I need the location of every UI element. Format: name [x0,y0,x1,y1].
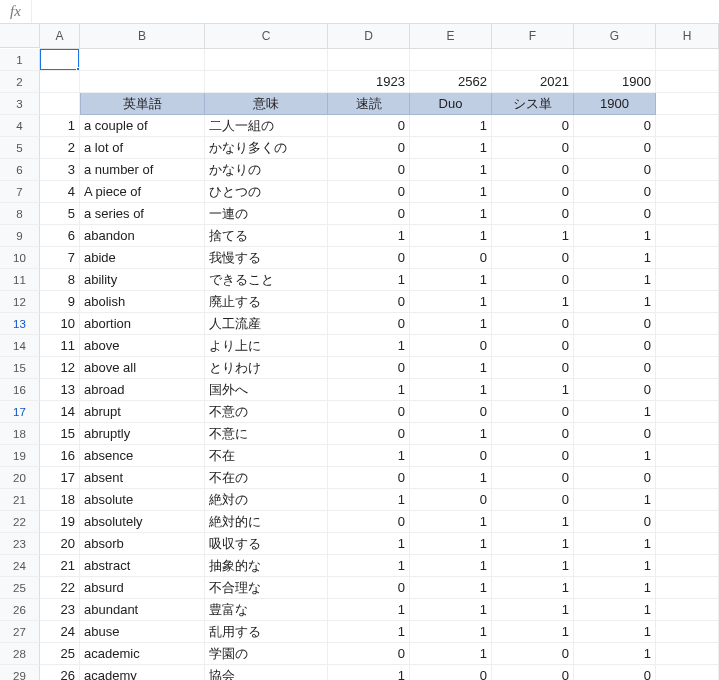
val-sysutan[interactable]: 0 [492,269,574,291]
val-1900[interactable]: 0 [574,357,656,379]
meaning-cell[interactable]: 人工流産 [205,313,328,335]
cell-H[interactable] [656,643,719,665]
meaning-cell[interactable]: 国外へ [205,379,328,401]
val-duo[interactable]: 1 [410,137,492,159]
word-cell[interactable]: a couple of [80,115,205,137]
total-sysutan[interactable]: 2021 [492,71,574,93]
val-sysutan[interactable]: 0 [492,247,574,269]
column-header-H[interactable]: H [656,24,719,49]
val-sokudoku[interactable]: 0 [328,137,410,159]
cell-H[interactable] [656,555,719,577]
val-sysutan[interactable]: 1 [492,599,574,621]
row-header-23[interactable]: 23 [0,533,40,555]
cell-H[interactable] [656,621,719,643]
meaning-cell[interactable]: 不在 [205,445,328,467]
val-duo[interactable]: 0 [410,445,492,467]
word-cell[interactable]: abroad [80,379,205,401]
val-duo[interactable]: 0 [410,489,492,511]
row-index[interactable]: 2 [40,137,80,159]
val-1900[interactable]: 0 [574,313,656,335]
cell-B2[interactable] [80,71,205,93]
row-header-6[interactable]: 6 [0,159,40,181]
val-sokudoku[interactable]: 1 [328,379,410,401]
cell-A2[interactable] [40,71,80,93]
cell-H[interactable] [656,467,719,489]
header-meaning[interactable]: 意味 [205,93,328,115]
cell-H[interactable] [656,159,719,181]
word-cell[interactable]: abstract [80,555,205,577]
word-cell[interactable]: abortion [80,313,205,335]
val-duo[interactable]: 0 [410,665,492,680]
word-cell[interactable]: a lot of [80,137,205,159]
word-cell[interactable]: above all [80,357,205,379]
meaning-cell[interactable]: とりわけ [205,357,328,379]
val-sysutan[interactable]: 1 [492,511,574,533]
val-1900[interactable]: 0 [574,203,656,225]
word-cell[interactable]: abandon [80,225,205,247]
val-1900[interactable]: 1 [574,225,656,247]
column-header-A[interactable]: A [40,24,80,49]
total-sokudoku[interactable]: 1923 [328,71,410,93]
row-header-9[interactable]: 9 [0,225,40,247]
val-duo[interactable]: 1 [410,181,492,203]
column-header-G[interactable]: G [574,24,656,49]
val-sokudoku[interactable]: 0 [328,467,410,489]
column-header-D[interactable]: D [328,24,410,49]
row-index[interactable]: 10 [40,313,80,335]
val-sokudoku[interactable]: 1 [328,599,410,621]
cell-H[interactable] [656,313,719,335]
val-sysutan[interactable]: 1 [492,577,574,599]
val-1900[interactable]: 1 [574,621,656,643]
val-sokudoku[interactable]: 0 [328,203,410,225]
row-header-27[interactable]: 27 [0,621,40,643]
cell-H1[interactable] [656,49,719,71]
meaning-cell[interactable]: 不在の [205,467,328,489]
row-header-20[interactable]: 20 [0,467,40,489]
row-index[interactable]: 5 [40,203,80,225]
val-sokudoku[interactable]: 1 [328,533,410,555]
cell-H[interactable] [656,511,719,533]
word-cell[interactable]: academy [80,665,205,680]
cell-H2[interactable] [656,71,719,93]
row-header-22[interactable]: 22 [0,511,40,533]
row-header-4[interactable]: 4 [0,115,40,137]
cell-E1[interactable] [410,49,492,71]
val-1900[interactable]: 1 [574,643,656,665]
header-1900[interactable]: 1900 [574,93,656,115]
cell-H[interactable] [656,247,719,269]
row-index[interactable]: 14 [40,401,80,423]
val-sysutan[interactable]: 0 [492,401,574,423]
val-sokudoku[interactable]: 1 [328,621,410,643]
meaning-cell[interactable]: 一連の [205,203,328,225]
row-index[interactable]: 1 [40,115,80,137]
total-1900[interactable]: 1900 [574,71,656,93]
val-duo[interactable]: 1 [410,225,492,247]
cell-H[interactable] [656,181,719,203]
val-1900[interactable]: 1 [574,599,656,621]
row-index[interactable]: 4 [40,181,80,203]
row-index[interactable]: 7 [40,247,80,269]
row-header-15[interactable]: 15 [0,357,40,379]
row-header-17[interactable]: 17 [0,401,40,423]
row-index[interactable]: 23 [40,599,80,621]
word-cell[interactable]: absent [80,467,205,489]
meaning-cell[interactable]: 絶対の [205,489,328,511]
total-duo[interactable]: 2562 [410,71,492,93]
val-duo[interactable]: 1 [410,379,492,401]
word-cell[interactable]: abide [80,247,205,269]
row-index[interactable]: 9 [40,291,80,313]
column-header-E[interactable]: E [410,24,492,49]
val-1900[interactable]: 1 [574,489,656,511]
val-sysutan[interactable]: 0 [492,665,574,680]
val-1900[interactable]: 0 [574,665,656,680]
val-sokudoku[interactable]: 1 [328,269,410,291]
val-sysutan[interactable]: 0 [492,181,574,203]
word-cell[interactable]: a number of [80,159,205,181]
cell-H[interactable] [656,225,719,247]
row-header-16[interactable]: 16 [0,379,40,401]
meaning-cell[interactable]: 不意に [205,423,328,445]
word-cell[interactable]: absolute [80,489,205,511]
val-1900[interactable]: 0 [574,423,656,445]
header-word[interactable]: 英単語 [80,93,205,115]
meaning-cell[interactable]: 不合理な [205,577,328,599]
